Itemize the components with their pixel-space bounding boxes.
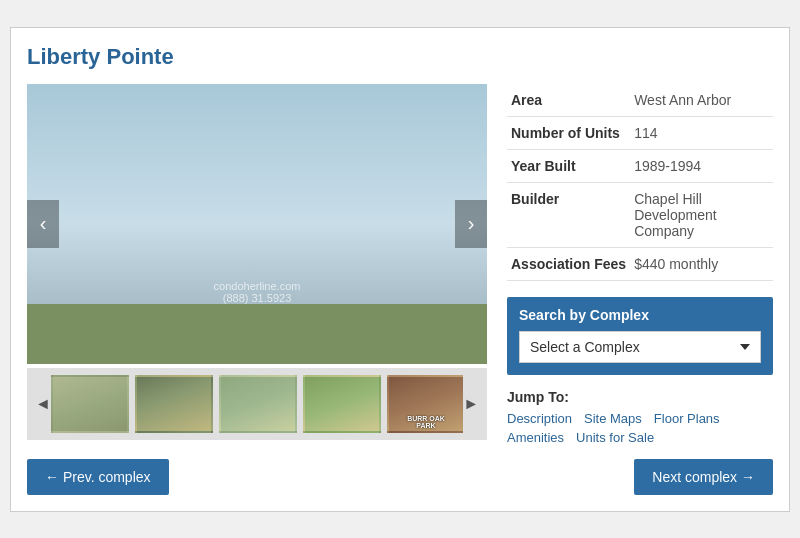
main-content: condoherline.com (888) 31.5923 ‹ › ◄ — [27, 84, 773, 445]
thumbnail-1[interactable] — [51, 375, 129, 433]
gallery-right-arrow-icon: › — [468, 212, 475, 235]
thumbnail-4[interactable] — [303, 375, 381, 433]
page-title: Liberty Pointe — [27, 44, 773, 70]
search-complex-label: Search by Complex — [519, 307, 761, 323]
area-label: Area — [507, 84, 630, 117]
builder-label: Builder — [507, 182, 630, 247]
search-complex-box: Search by Complex Select a Complex — [507, 297, 773, 375]
year-label: Year Built — [507, 149, 630, 182]
gallery-prev-button[interactable]: ‹ — [27, 200, 59, 248]
info-section: Area West Ann Arbor Number of Units 114 … — [507, 84, 773, 445]
gallery-left-arrow-icon: ‹ — [40, 212, 47, 235]
units-label: Number of Units — [507, 116, 630, 149]
units-value: 114 — [630, 116, 773, 149]
select-complex-dropdown[interactable]: Select a Complex — [519, 331, 761, 363]
watermark-line2: (888) 31.5923 — [214, 292, 301, 304]
thumbnail-5[interactable]: BURR OAKPARK — [387, 375, 463, 433]
main-image: condoherline.com (888) 31.5923 ‹ › — [27, 84, 487, 364]
builder-value: Chapel Hill Development Company — [630, 182, 773, 247]
gallery-section: condoherline.com (888) 31.5923 ‹ › ◄ — [27, 84, 487, 445]
area-value: West Ann Arbor — [630, 84, 773, 117]
jump-link-site-maps[interactable]: Site Maps — [584, 411, 642, 426]
year-value: 1989-1994 — [630, 149, 773, 182]
table-row: Year Built 1989-1994 — [507, 149, 773, 182]
jump-link-units-for-sale[interactable]: Units for Sale — [576, 430, 654, 445]
ground — [27, 304, 487, 364]
thumbnails-wrapper: ◄ BURR OAKPARK ► — [27, 368, 487, 440]
bottom-nav: ← Prev. complex Next complex → — [27, 459, 773, 495]
jump-to-section: Jump To: Description Site Maps Floor Pla… — [507, 389, 773, 445]
watermark-line1: condoherline.com — [214, 280, 301, 292]
fees-value: $440 monthly — [630, 247, 773, 280]
thumbnails-strip: BURR OAKPARK — [51, 375, 463, 433]
jump-links: Description Site Maps Floor Plans Amenit… — [507, 411, 773, 445]
page-container: Liberty Pointe condoherline.com (888) 31… — [10, 27, 790, 512]
jump-link-floor-plans[interactable]: Floor Plans — [654, 411, 720, 426]
table-row: Area West Ann Arbor — [507, 84, 773, 117]
gallery-next-button[interactable]: › — [455, 200, 487, 248]
fees-label: Association Fees — [507, 247, 630, 280]
next-complex-button[interactable]: Next complex → — [634, 459, 773, 495]
thumbnail-2[interactable] — [135, 375, 213, 433]
thumb-scroll-right-button[interactable]: ► — [459, 395, 483, 413]
table-row: Association Fees $440 monthly — [507, 247, 773, 280]
jump-link-amenities[interactable]: Amenities — [507, 430, 564, 445]
table-row: Builder Chapel Hill Development Company — [507, 182, 773, 247]
property-info-table: Area West Ann Arbor Number of Units 114 … — [507, 84, 773, 281]
thumbnail-3[interactable] — [219, 375, 297, 433]
table-row: Number of Units 114 — [507, 116, 773, 149]
prev-complex-button[interactable]: ← Prev. complex — [27, 459, 169, 495]
jump-to-label: Jump To: — [507, 389, 773, 405]
thumbnail-5-label: BURR OAKPARK — [391, 415, 461, 429]
watermark: condoherline.com (888) 31.5923 — [214, 280, 301, 304]
jump-link-description[interactable]: Description — [507, 411, 572, 426]
